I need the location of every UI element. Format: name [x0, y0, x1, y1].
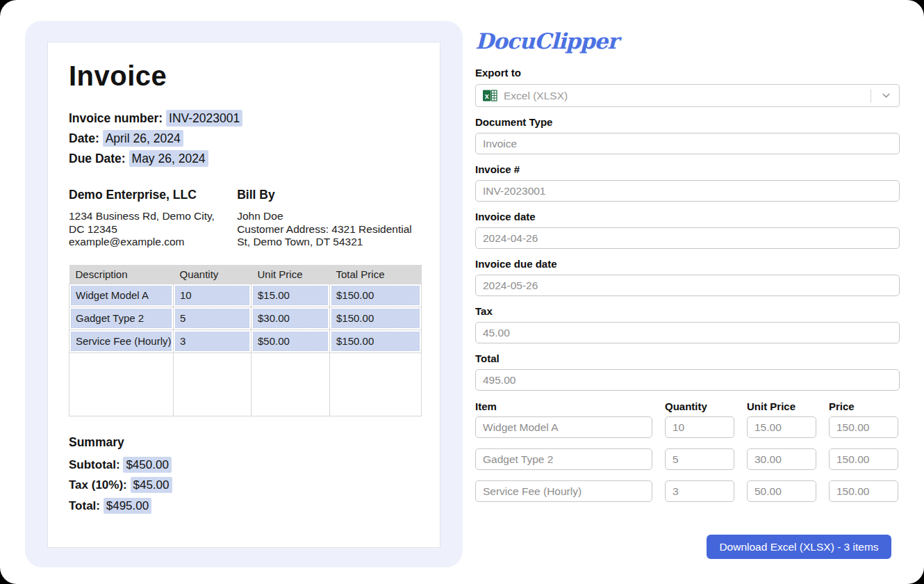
- invoice-meta: Invoice number: INV-2023001 Date: April …: [69, 108, 420, 169]
- export-format-value: Excel (XLSX): [504, 90, 871, 102]
- invoice-document: Invoice Invoice number: INV-2023001 Date…: [47, 42, 440, 548]
- invoice-due-date-input[interactable]: [475, 275, 900, 296]
- quantity-col-header: Quantity: [665, 400, 734, 413]
- invoice-date-value: April 26, 2024: [103, 130, 183, 147]
- invoice-due-date-field-label: Invoice due date: [475, 258, 900, 270]
- summary-heading: Summary: [69, 435, 420, 450]
- item-name-input[interactable]: [475, 416, 652, 438]
- tax-input[interactable]: [475, 322, 900, 343]
- cell-description: Widget Model A: [71, 286, 172, 305]
- invoice-preview-panel: Invoice Invoice number: INV-2023001 Date…: [25, 21, 463, 567]
- item-unit-price-input[interactable]: [747, 480, 816, 502]
- invoice-date-line: Date: April 26, 2024: [69, 129, 420, 149]
- summary-section: Summary Subtotal: $450.00 Tax (10%): $45…: [69, 435, 420, 517]
- cell-unit-price: $30.00: [253, 309, 328, 328]
- invoice-date-field-label: Invoice date: [475, 211, 900, 223]
- invoice-due-date-line: Due Date: May 26, 2024: [69, 149, 420, 169]
- col-header-description: Description: [69, 265, 174, 284]
- invoice-number-input[interactable]: [475, 180, 900, 202]
- invoice-number-label: Invoice number:: [69, 111, 163, 125]
- field-tax: Tax: [475, 305, 900, 343]
- download-excel-button[interactable]: Download Excel (XLSX) - 3 items: [707, 535, 891, 559]
- field-invoice-number: Invoice #: [475, 163, 900, 202]
- invoice-date-input[interactable]: [475, 227, 900, 249]
- cell-description: Gadget Type 2: [71, 309, 172, 328]
- table-row: Gadget Type 2 5 $30.00 $150.00: [69, 307, 422, 330]
- price-col-header: Price: [829, 400, 898, 413]
- cell-description: Service Fee (Hourly): [71, 332, 172, 351]
- addresses-section: Demo Enterprise, LLC 1234 Business Rd, D…: [69, 188, 420, 249]
- select-divider: [871, 89, 871, 103]
- document-type-input[interactable]: [475, 133, 900, 154]
- cell-unit-price: $15.00: [253, 286, 328, 305]
- cell-total-price: $150.00: [331, 309, 420, 328]
- invoice-date-label: Date:: [69, 131, 99, 145]
- docuclipper-logo: DocuClipper: [475, 28, 900, 54]
- subtotal-label: Subtotal:: [69, 458, 120, 471]
- item-unit-price-input[interactable]: [747, 416, 816, 438]
- item-price-input[interactable]: [829, 480, 898, 502]
- invoice-number-field-label: Invoice #: [475, 163, 900, 176]
- table-empty-row: [69, 352, 422, 416]
- bill-by-heading: Bill By: [237, 188, 420, 202]
- item-name-input[interactable]: [475, 480, 652, 502]
- chevron-down-icon: [880, 90, 892, 102]
- item-quantity-input[interactable]: [665, 448, 734, 470]
- item-col-header: Item: [475, 400, 652, 413]
- tax-line: Tax (10%): $45.00: [69, 475, 420, 496]
- app-window: Invoice Invoice number: INV-2023001 Date…: [0, 0, 924, 584]
- company-name: Demo Enterprise, LLC: [69, 188, 237, 202]
- excel-icon: x: [483, 89, 497, 102]
- cell-quantity: 3: [175, 332, 249, 351]
- item-row: [475, 480, 900, 502]
- subtotal-value: $450.00: [123, 457, 171, 473]
- item-unit-price-input[interactable]: [747, 448, 816, 470]
- item-quantity-input[interactable]: [665, 480, 734, 502]
- item-price-input[interactable]: [829, 416, 898, 438]
- table-row: Service Fee (Hourly) 3 $50.00 $150.00: [69, 330, 422, 352]
- field-invoice-date: Invoice date: [475, 211, 900, 249]
- cell-quantity: 10: [175, 286, 249, 305]
- cell-unit-price: $50.00: [253, 332, 328, 351]
- item-row: [475, 448, 900, 470]
- invoice-number-value: INV-2023001: [166, 110, 242, 127]
- company-address: 1234 Business Rd, Demo City, DC 12345 ex…: [69, 210, 218, 249]
- export-format-select[interactable]: x Excel (XLSX): [475, 84, 900, 107]
- total-field-label: Total: [475, 352, 900, 365]
- company-email: example@example.com: [69, 236, 185, 248]
- company-address-text: 1234 Business Rd, Demo City, DC 12345: [69, 210, 215, 235]
- item-row: [475, 416, 900, 438]
- tax-value: $45.00: [131, 477, 172, 493]
- item-quantity-input[interactable]: [665, 416, 734, 438]
- cell-quantity: 5: [175, 309, 249, 328]
- bill-by-address: John Doe Customer Address: 4321 Resident…: [237, 210, 416, 249]
- bill-by-name: John Doe: [237, 210, 283, 222]
- item-name-input[interactable]: [475, 448, 652, 470]
- invoice-title: Invoice: [69, 60, 420, 91]
- table-row: Widget Model A 10 $15.00 $150.00: [69, 284, 422, 307]
- bill-by-address-text: Customer Address: 4321 Residential St, D…: [237, 223, 412, 248]
- document-type-label: Document Type: [475, 116, 900, 129]
- subtotal-line: Subtotal: $450.00: [69, 455, 420, 476]
- item-price-input[interactable]: [829, 448, 898, 470]
- field-total: Total: [475, 352, 900, 391]
- cell-total-price: $150.00: [331, 286, 420, 305]
- export-panel: DocuClipper Export to x Excel (XLSX) Doc…: [475, 0, 900, 559]
- export-to-label: Export to: [475, 67, 900, 79]
- invoice-due-date-value: May 26, 2024: [129, 150, 208, 167]
- total-input[interactable]: [475, 369, 900, 391]
- table-header-row: Description Quantity Unit Price Total Pr…: [69, 265, 422, 284]
- col-header-total-price: Total Price: [330, 265, 422, 284]
- unit-price-col-header: Unit Price: [747, 400, 816, 413]
- bill-by-block: Bill By John Doe Customer Address: 4321 …: [237, 188, 420, 249]
- items-header-row: Item Quantity Unit Price Price: [475, 400, 900, 413]
- invoice-due-date-label: Due Date:: [69, 152, 126, 165]
- total-line: Total: $495.00: [69, 496, 420, 517]
- tax-label: Tax (10%):: [69, 478, 127, 492]
- total-label: Total:: [69, 499, 100, 512]
- field-document-type: Document Type: [475, 116, 900, 154]
- col-header-quantity: Quantity: [174, 265, 251, 284]
- cell-total-price: $150.00: [331, 332, 420, 351]
- field-invoice-due-date: Invoice due date: [475, 258, 900, 296]
- company-block: Demo Enterprise, LLC 1234 Business Rd, D…: [69, 188, 237, 249]
